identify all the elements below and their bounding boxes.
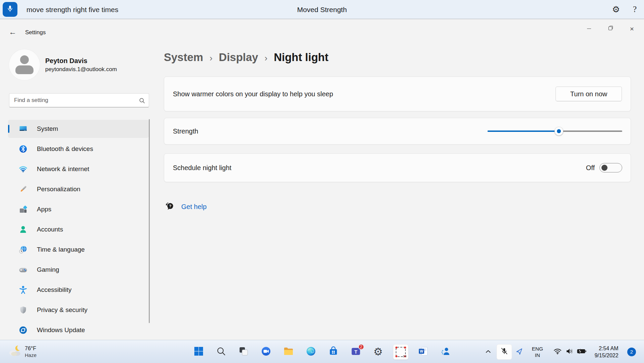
toggle-knob bbox=[601, 165, 607, 171]
teams-notification-badge: 2 bbox=[358, 344, 364, 350]
get-help-row: ? Get help bbox=[165, 202, 207, 212]
chevron-right-icon: › bbox=[209, 52, 212, 63]
sidebar-item-bluetooth-devices[interactable]: Bluetooth & devices bbox=[8, 140, 149, 158]
word-button[interactable]: W bbox=[415, 344, 431, 360]
tray-mic-muted-button[interactable] bbox=[497, 344, 512, 360]
edge-browser-button[interactable] bbox=[303, 344, 319, 360]
tray-overflow-button[interactable] bbox=[481, 340, 495, 363]
sidebar-item-label: Windows Update bbox=[37, 326, 85, 334]
snipping-tool-button[interactable]: ✂ bbox=[393, 344, 408, 360]
tray-battery-button[interactable] bbox=[576, 340, 588, 363]
svg-text:T: T bbox=[354, 349, 357, 354]
sidebar-item-label: Apps bbox=[37, 206, 51, 213]
teams-button[interactable]: T 2 bbox=[348, 344, 364, 360]
voice-access-icon bbox=[440, 346, 451, 358]
breadcrumb-system[interactable]: System bbox=[164, 51, 203, 64]
tray-wifi-button[interactable] bbox=[552, 340, 564, 363]
sidebar-scrollbar[interactable] bbox=[149, 119, 150, 323]
sidebar-item-label: Accounts bbox=[37, 226, 63, 233]
person-icon bbox=[19, 225, 27, 234]
strength-slider[interactable] bbox=[488, 126, 622, 136]
search-icon bbox=[139, 98, 145, 105]
taskbar-app-row: T 2 ⚙ ✂ W bbox=[0, 340, 644, 363]
find-a-setting-searchbox bbox=[9, 93, 149, 107]
window-controls: × bbox=[578, 22, 643, 35]
chat-button[interactable] bbox=[258, 344, 274, 360]
voice-help-icon[interactable]: ? bbox=[633, 0, 637, 19]
word-icon: W bbox=[418, 346, 429, 358]
sidebar-item-label: Gaming bbox=[37, 266, 59, 273]
chevron-right-icon: › bbox=[264, 52, 267, 63]
strength-card: Strength bbox=[164, 118, 631, 145]
start-button[interactable] bbox=[191, 344, 206, 360]
maximize-button[interactable] bbox=[600, 22, 621, 35]
sidebar-item-label: System bbox=[37, 125, 58, 133]
taskbar: 76°F Haze bbox=[0, 340, 644, 363]
globe-clock-icon bbox=[19, 245, 27, 254]
tray-volume-button[interactable] bbox=[564, 340, 576, 363]
microsoft-store-button[interactable] bbox=[326, 344, 341, 360]
user-name: Peyton Davis bbox=[45, 57, 117, 65]
voice-access-button[interactable] bbox=[438, 344, 453, 360]
warm-colors-card: Show warmer colors on your display to he… bbox=[164, 76, 631, 111]
sidebar-item-gaming[interactable]: Gaming bbox=[8, 261, 149, 279]
voice-settings-gear-icon[interactable]: ⚙ bbox=[612, 0, 620, 19]
settings-sidebar-nav: System Bluetooth & devices Network & int… bbox=[8, 120, 149, 341]
sidebar-item-accounts[interactable]: Accounts bbox=[8, 220, 149, 239]
bluetooth-icon bbox=[19, 145, 27, 153]
system-icon bbox=[19, 124, 27, 133]
minimize-button[interactable] bbox=[578, 22, 600, 35]
search-input[interactable] bbox=[9, 94, 149, 107]
sidebar-item-network-internet[interactable]: Network & internet bbox=[8, 160, 149, 178]
breadcrumb-display[interactable]: Display bbox=[219, 51, 258, 64]
warm-colors-label: Show warmer colors on your display to he… bbox=[173, 90, 556, 98]
schedule-night-light-card: Schedule night light Off bbox=[164, 153, 631, 182]
gear-icon: ⚙ bbox=[374, 347, 383, 357]
voice-command-bar: move strength right five times Moved Str… bbox=[0, 0, 644, 19]
notification-center-button[interactable]: 2 bbox=[627, 340, 637, 363]
sidebar-item-apps[interactable]: Apps bbox=[8, 200, 149, 218]
back-arrow-icon[interactable]: ← bbox=[9, 28, 16, 37]
sidebar-item-privacy-security[interactable]: Privacy & security bbox=[8, 301, 149, 319]
tray-language-switcher[interactable]: ENG IN bbox=[529, 340, 546, 363]
snipping-tool-icon: ✂ bbox=[396, 347, 406, 357]
wifi-icon bbox=[553, 347, 562, 357]
sidebar-item-windows-update[interactable]: Windows Update bbox=[8, 321, 149, 339]
settings-app-button[interactable]: ⚙ bbox=[371, 344, 386, 360]
task-view-icon bbox=[238, 346, 249, 358]
get-help-link[interactable]: Get help bbox=[181, 203, 207, 211]
slider-thumb[interactable] bbox=[555, 127, 563, 136]
sidebar-item-label: Time & language bbox=[37, 246, 85, 253]
tray-clock[interactable]: 2:54 AM 9/15/2022 bbox=[590, 340, 623, 363]
speaker-icon bbox=[565, 347, 574, 357]
sidebar-item-accessibility[interactable]: Accessibility bbox=[8, 281, 149, 299]
sidebar-item-personalization[interactable]: Personalization bbox=[8, 180, 149, 198]
user-profile[interactable]: Peyton Davis peytondavis.1@outlook.com bbox=[9, 49, 143, 80]
tray-location-button[interactable] bbox=[513, 340, 526, 363]
close-button[interactable]: × bbox=[621, 22, 643, 35]
location-arrow-icon bbox=[516, 347, 524, 356]
taskbar-search-button[interactable] bbox=[213, 344, 229, 360]
chevron-up-icon bbox=[485, 349, 491, 355]
window-title: Settings bbox=[25, 29, 46, 36]
mic-muted-icon bbox=[500, 347, 509, 357]
sidebar-item-time-language[interactable]: Time & language bbox=[8, 241, 149, 259]
voice-status-text: Moved Strength bbox=[0, 0, 644, 19]
accessibility-person-icon bbox=[19, 286, 27, 294]
gamepad-icon bbox=[19, 265, 27, 274]
toggle-state-label: Off bbox=[586, 164, 595, 172]
update-refresh-icon bbox=[19, 326, 27, 334]
file-explorer-button[interactable] bbox=[281, 344, 296, 360]
sidebar-item-label: Accessibility bbox=[37, 286, 71, 294]
svg-text:W: W bbox=[420, 349, 423, 353]
schedule-toggle[interactable] bbox=[599, 163, 622, 172]
file-explorer-icon bbox=[283, 346, 294, 358]
brush-icon bbox=[19, 185, 27, 194]
clock-time: 2:54 AM bbox=[594, 345, 618, 352]
task-view-button[interactable] bbox=[236, 344, 251, 360]
close-icon: × bbox=[630, 25, 634, 32]
turn-on-now-button[interactable]: Turn on now bbox=[556, 87, 622, 101]
search-icon bbox=[216, 346, 226, 358]
sidebar-item-system[interactable]: System bbox=[8, 120, 149, 138]
chat-video-icon bbox=[261, 346, 271, 358]
